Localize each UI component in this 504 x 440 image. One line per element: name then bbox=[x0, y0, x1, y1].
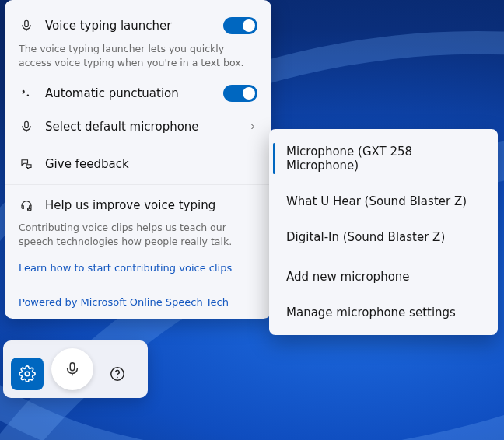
microphone-option[interactable]: Digital-In (Sound Blaster Z) bbox=[269, 219, 498, 255]
voice-typing-launcher-label: Voice typing launcher bbox=[45, 19, 212, 33]
voice-typing-toolbar bbox=[3, 340, 148, 398]
voice-typing-launcher-desc: The voice typing launcher lets you quick… bbox=[5, 40, 271, 79]
help-button[interactable] bbox=[101, 358, 134, 390]
svg-rect-6 bbox=[25, 121, 29, 127]
divider bbox=[5, 184, 271, 185]
give-feedback-label: Give feedback bbox=[45, 157, 257, 171]
svg-point-5 bbox=[27, 94, 29, 96]
voice-typing-launcher-row: Voice typing launcher bbox=[5, 11, 271, 40]
microphone-option[interactable]: Microphone (GXT 258 Microphone) bbox=[269, 134, 498, 183]
automatic-punctuation-label: Automatic punctuation bbox=[45, 86, 212, 100]
learn-contributing-link[interactable]: Learn how to start contributing voice cl… bbox=[5, 257, 271, 283]
microphone-icon bbox=[64, 361, 81, 378]
svg-rect-4 bbox=[25, 20, 29, 26]
punctuation-icon bbox=[19, 86, 34, 101]
automatic-punctuation-row: Automatic punctuation bbox=[5, 79, 271, 108]
give-feedback-row[interactable]: Give feedback bbox=[5, 145, 271, 183]
microphone-flyout-menu: Microphone (GXT 258 Microphone) What U H… bbox=[269, 129, 498, 335]
improve-voice-typing-row: Help us improve voice typing bbox=[5, 187, 271, 219]
microphone-icon bbox=[19, 119, 34, 134]
svg-point-3 bbox=[117, 377, 117, 378]
headset-lock-icon bbox=[19, 197, 34, 213]
divider bbox=[269, 257, 498, 257]
settings-button[interactable] bbox=[11, 358, 44, 390]
select-default-microphone-label: Select default microphone bbox=[45, 120, 237, 134]
divider bbox=[5, 285, 271, 285]
select-default-microphone-row[interactable]: Select default microphone bbox=[5, 108, 271, 145]
improve-voice-typing-label: Help us improve voice typing bbox=[45, 198, 257, 212]
svg-rect-1 bbox=[70, 363, 75, 371]
feedback-icon bbox=[19, 156, 34, 172]
microphone-icon bbox=[19, 18, 34, 33]
voice-typing-launcher-toggle[interactable] bbox=[223, 17, 257, 34]
manage-microphone-settings[interactable]: Manage microphone settings bbox=[269, 295, 498, 330]
improve-voice-typing-desc: Contributing voice clips helps us teach … bbox=[5, 219, 271, 257]
help-icon bbox=[109, 365, 126, 382]
svg-point-0 bbox=[25, 372, 30, 376]
powered-by-link[interactable]: Powered by Microsoft Online Speech Tech bbox=[5, 287, 271, 319]
voice-typing-settings-panel: Voice typing launcher The voice typing l… bbox=[5, 0, 271, 319]
microphone-option[interactable]: What U Hear (Sound Blaster Z) bbox=[269, 183, 498, 219]
gear-icon bbox=[19, 365, 36, 382]
microphone-button[interactable] bbox=[51, 348, 93, 390]
chevron-right-icon bbox=[248, 122, 257, 131]
add-new-microphone[interactable]: Add new microphone bbox=[269, 259, 498, 295]
automatic-punctuation-toggle[interactable] bbox=[223, 85, 257, 102]
